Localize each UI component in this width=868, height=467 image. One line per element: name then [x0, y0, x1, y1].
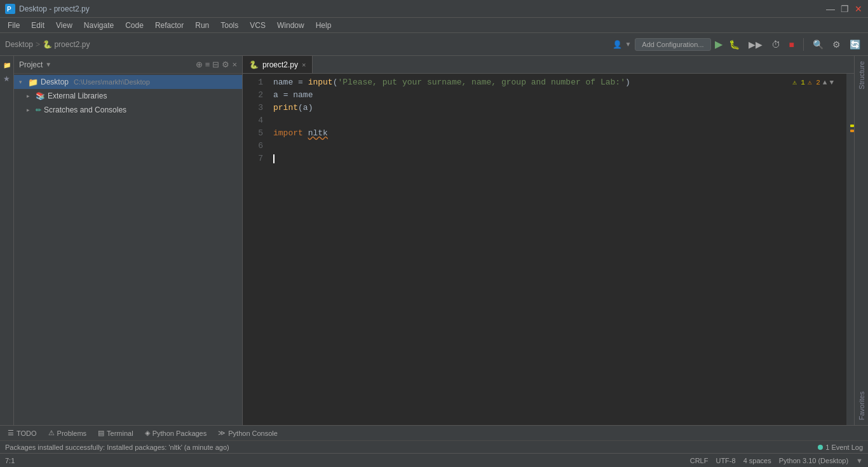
- close-panel-button[interactable]: ×: [232, 60, 237, 69]
- status-encoding[interactable]: UTF-8: [715, 457, 735, 464]
- python-file-icon: 🐍: [249, 60, 259, 69]
- event-log-label: 1 Event Log: [825, 443, 863, 451]
- tree-label-scratches: Scratches and Consoles: [44, 105, 126, 114]
- search-everywhere-button[interactable]: 🔍: [810, 38, 826, 51]
- project-dropdown-icon[interactable]: ▼: [45, 61, 51, 68]
- tree-label-desktop: Desktop: [41, 78, 69, 86]
- close-button[interactable]: ✕: [854, 4, 863, 13]
- project-panel-title: Project ▼: [19, 60, 51, 69]
- profile-icon: 👤: [613, 40, 622, 49]
- run-button[interactable]: ▶: [715, 38, 722, 50]
- folder-icon-desktop: 📁: [28, 78, 38, 87]
- left-sidebar-icons: 📁 ★: [0, 56, 14, 425]
- status-bar: 7:1 CRLF UTF-8 4 spaces Python 3.10 (Des…: [0, 453, 868, 467]
- code-line-1: name = input('Please, put your surname, …: [273, 76, 846, 89]
- scratch-icon: ✏: [36, 106, 41, 114]
- add-configuration-button[interactable]: Add Configuration...: [635, 38, 710, 51]
- menu-help[interactable]: Help: [311, 20, 337, 31]
- status-indent[interactable]: 4 spaces: [743, 457, 771, 464]
- project-panel-toggle[interactable]: 📁: [1, 58, 13, 71]
- expand-all-button[interactable]: ⊟: [212, 60, 219, 69]
- tab-proect2py[interactable]: 🐍 proect2.py ×: [243, 56, 313, 73]
- svg-text:P: P: [7, 6, 11, 13]
- collapse-all-button[interactable]: ≡: [205, 60, 210, 69]
- warning-bar: ⚠ 1 ⚠ 2 ▲ ▼: [792, 76, 834, 89]
- favorites-panel-label[interactable]: Favorites: [856, 386, 867, 425]
- status-line-col[interactable]: 7:1: [5, 457, 15, 464]
- tab-python-packages-label: Python Packages: [153, 430, 207, 437]
- tab-terminal[interactable]: ▤ Terminal: [93, 428, 139, 438]
- status-extra: ▼: [856, 457, 863, 464]
- bottom-toolbar: ☰ TODO ⚠ Problems ▤ Terminal ◈ Python Pa…: [0, 425, 868, 440]
- structure-panel-label[interactable]: Structure: [856, 56, 867, 95]
- expand-arrow-desktop: ▾: [19, 79, 25, 85]
- bookmark-icon[interactable]: ★: [1, 72, 13, 85]
- new-element-button[interactable]: ⊕: [196, 60, 203, 69]
- tree-item-scratches[interactable]: ▸ ✏ Scratches and Consoles: [14, 103, 242, 117]
- menu-refactor[interactable]: Refactor: [150, 20, 189, 31]
- update-button[interactable]: 🔄: [847, 38, 863, 51]
- profile-run-button[interactable]: ⏱: [769, 38, 783, 51]
- warning-nav-down[interactable]: ▼: [829, 76, 834, 89]
- warning-nav-up[interactable]: ▲: [823, 76, 827, 89]
- menu-run[interactable]: Run: [190, 20, 214, 31]
- tab-python-console[interactable]: ≫ Python Console: [213, 428, 283, 438]
- status-interpreter[interactable]: Python 3.10 (Desktop): [779, 457, 848, 464]
- menu-bar: File Edit View Navigate Code Refactor Ru…: [0, 18, 868, 33]
- project-panel: Project ▼ ⊕ ≡ ⊟ ⚙ × ▾ 📁 Desktop C:\Users…: [14, 56, 243, 425]
- maximize-button[interactable]: ❐: [840, 4, 849, 13]
- breadcrumb-desktop: Desktop: [5, 40, 33, 49]
- toolbar: Desktop > 🐍 proect2.py 👤 ▼ Add Configura…: [0, 33, 868, 56]
- event-log-button[interactable]: 1 Event Log: [818, 443, 863, 451]
- text-cursor: [273, 154, 275, 163]
- code-line-3: print(a): [273, 102, 846, 114]
- terminal-icon: ▤: [98, 429, 104, 437]
- project-header-actions: ⊕ ≡ ⊟ ⚙ ×: [196, 60, 237, 69]
- warning-badge-2: ⚠ 2: [808, 76, 820, 89]
- settings-button[interactable]: ⚙: [830, 38, 843, 51]
- code-editor[interactable]: ⚠ 1 ⚠ 2 ▲ ▼ name = input('Please, put yo…: [268, 74, 846, 425]
- event-log-dot: [818, 445, 823, 450]
- menu-view[interactable]: View: [51, 20, 78, 31]
- breadcrumb-file: 🐍 proect2.py: [43, 40, 90, 49]
- project-settings-button[interactable]: ⚙: [222, 60, 229, 69]
- bottom-status-bar: Packages installed successfully: Install…: [0, 440, 868, 453]
- status-left: 7:1: [5, 457, 15, 464]
- code-line-7: [273, 152, 846, 165]
- status-right: CRLF UTF-8 4 spaces Python 3.10 (Desktop…: [690, 457, 863, 464]
- line-numbers: 1 2 3 4 5 6 7: [243, 74, 268, 425]
- code-line-2: a = name: [273, 89, 846, 102]
- warning-scroll-marker: [850, 125, 854, 127]
- tab-python-packages[interactable]: ◈ Python Packages: [140, 428, 212, 438]
- menu-edit[interactable]: Edit: [26, 20, 50, 31]
- stop-button[interactable]: ■: [787, 38, 797, 51]
- title-bar: P Desktop - proect2.py — ❐ ✕: [0, 0, 868, 18]
- coverage-button[interactable]: ▶▶: [746, 38, 765, 51]
- debug-button[interactable]: 🐛: [726, 38, 742, 51]
- warning-badge-1: ⚠ 1: [792, 76, 805, 89]
- tab-todo[interactable]: ☰ TODO: [3, 428, 42, 438]
- status-message: Packages installed successfully: Install…: [5, 443, 229, 451]
- code-line-4: [273, 114, 846, 127]
- tab-label: proect2.py: [262, 60, 298, 69]
- menu-window[interactable]: Window: [272, 20, 309, 31]
- line-num-6: 6: [243, 140, 263, 152]
- line-num-3: 3: [243, 102, 263, 114]
- project-header: Project ▼ ⊕ ≡ ⊟ ⚙ ×: [14, 56, 242, 74]
- main-area: 📁 ★ Project ▼ ⊕ ≡ ⊟ ⚙ × ▾ 📁 Desktop C:\: [0, 56, 868, 425]
- menu-file[interactable]: File: [3, 20, 25, 31]
- tab-problems-label: Problems: [57, 430, 86, 437]
- tree-item-desktop[interactable]: ▾ 📁 Desktop C:\Users\markh\Desktop: [14, 75, 242, 89]
- menu-tools[interactable]: Tools: [215, 20, 243, 31]
- menu-navigate[interactable]: Navigate: [79, 20, 119, 31]
- minimize-button[interactable]: —: [826, 4, 835, 13]
- menu-code[interactable]: Code: [120, 20, 149, 31]
- tab-close-button[interactable]: ×: [302, 61, 306, 69]
- tab-problems[interactable]: ⚠ Problems: [43, 428, 92, 438]
- menu-vcs[interactable]: VCS: [245, 20, 271, 31]
- problems-icon: ⚠: [48, 429, 55, 437]
- tree-item-external-libs[interactable]: ▸ 📚 External Libraries: [14, 89, 242, 103]
- title-bar-left: P Desktop - proect2.py: [5, 4, 90, 14]
- profile-button[interactable]: 👤 ▼: [613, 40, 631, 49]
- status-line-ending[interactable]: CRLF: [690, 457, 709, 464]
